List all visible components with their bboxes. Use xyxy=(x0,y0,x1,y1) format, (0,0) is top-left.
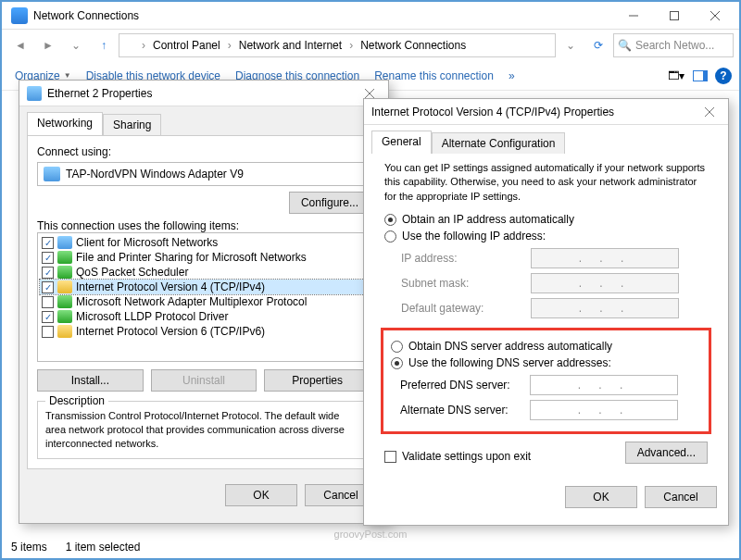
chevron-down-icon: ▼ xyxy=(64,71,71,80)
ethernet-dialog-title: Ethernet 2 Properties xyxy=(47,87,358,100)
ipv4-close-button[interactable] xyxy=(698,101,721,123)
gateway-label: Default gateway: xyxy=(401,302,531,315)
dns-highlight-region: Obtain DNS server address automatically … xyxy=(381,328,711,434)
component-icon xyxy=(57,310,72,323)
ip-address-input: . . . xyxy=(531,248,679,268)
list-item[interactable]: ✓Microsoft LLDP Protocol Driver xyxy=(40,309,368,324)
radio-icon xyxy=(384,230,396,243)
ipv4-ok-button[interactable]: OK xyxy=(565,486,637,508)
breadcrumb[interactable]: › Control Panel › Network and Internet ›… xyxy=(119,33,556,57)
window-title: Network Connections xyxy=(33,9,613,22)
use-following-dns-radio[interactable]: Use the following DNS server addresses: xyxy=(391,356,701,369)
description-label: Description xyxy=(45,394,108,407)
list-item[interactable]: Microsoft Network Adapter Multiplexor Pr… xyxy=(40,294,368,309)
recent-button[interactable]: ⌄ xyxy=(63,33,89,57)
tab-general[interactable]: General xyxy=(371,131,432,154)
minimize-button[interactable] xyxy=(613,3,654,29)
checkbox[interactable]: ✓ xyxy=(42,252,54,264)
ipv4-tabs: General Alternate Configuration xyxy=(364,125,728,154)
description-text: Transmission Control Protocol/Internet P… xyxy=(45,409,362,451)
alternate-dns-input[interactable]: . . . xyxy=(530,400,678,420)
list-item[interactable]: Internet Protocol Version 6 (TCP/IPv6) xyxy=(40,324,368,339)
search-input[interactable]: 🔍 Search Netwo... xyxy=(613,33,734,57)
subnet-mask-input: . . . xyxy=(531,273,679,293)
component-icon xyxy=(57,280,72,293)
ipv4-dialog-title: Internet Protocol Version 4 (TCP/IPv4) P… xyxy=(371,106,698,118)
component-icon xyxy=(57,325,72,338)
use-following-ip-radio[interactable]: Use the following IP address: xyxy=(384,230,708,243)
view-icon: 🗔 xyxy=(668,70,679,81)
preferred-dns-input[interactable]: . . . xyxy=(530,375,678,395)
status-selected-count: 1 item selected xyxy=(66,541,141,554)
gateway-input: . . . xyxy=(531,298,679,318)
ipv4-dialog-titlebar: Internet Protocol Version 4 (TCP/IPv4) P… xyxy=(364,99,728,125)
uninstall-button: Uninstall xyxy=(151,369,257,392)
checkbox[interactable] xyxy=(42,326,54,338)
component-icon xyxy=(57,295,72,308)
properties-button[interactable]: Properties xyxy=(264,369,370,392)
preview-icon xyxy=(693,70,708,81)
close-button[interactable] xyxy=(695,3,735,29)
eth-ok-button[interactable]: OK xyxy=(225,484,297,506)
status-item-count: 5 items xyxy=(11,541,47,554)
ethernet-dialog-titlebar: Ethernet 2 Properties xyxy=(19,81,388,106)
watermark: groovyPost.com xyxy=(334,529,408,540)
tab-networking[interactable]: Networking xyxy=(27,112,103,135)
refresh-button[interactable]: ⟳ xyxy=(585,33,611,57)
list-item[interactable]: ✓File and Printer Sharing for Microsoft … xyxy=(40,250,368,265)
view-menu[interactable]: 🗔▾ xyxy=(667,67,685,85)
checkbox[interactable] xyxy=(42,296,54,308)
network-items-list[interactable]: ✓Client for Microsoft Networks ✓File and… xyxy=(37,232,370,362)
items-label: This connection uses the following items… xyxy=(37,219,370,232)
connect-using-label: Connect using: xyxy=(37,145,370,158)
breadcrumb-network-internet[interactable]: Network and Internet xyxy=(235,37,345,54)
list-item-selected[interactable]: ✓Internet Protocol Version 4 (TCP/IPv4) xyxy=(40,280,368,294)
tab-alternate[interactable]: Alternate Configuration xyxy=(432,132,566,154)
subnet-mask-label: Subnet mask: xyxy=(401,277,531,290)
ipv4-cancel-button[interactable]: Cancel xyxy=(645,486,717,508)
obtain-ip-auto-radio[interactable]: Obtain an IP address automatically xyxy=(384,213,708,226)
ipv4-properties-dialog: Internet Protocol Version 4 (TCP/IPv4) P… xyxy=(363,98,729,526)
breadcrumb-network-connections[interactable]: Network Connections xyxy=(357,37,470,54)
maximize-button[interactable] xyxy=(654,3,695,29)
alternate-dns-label: Alternate DNS server: xyxy=(400,404,530,417)
network-icon xyxy=(11,7,28,24)
dropdown-button[interactable]: ⌄ xyxy=(558,33,584,57)
help-button[interactable]: ? xyxy=(715,68,732,84)
ip-address-label: IP address: xyxy=(401,252,531,265)
chevron-right-icon: › xyxy=(349,39,353,52)
list-item[interactable]: ✓QoS Packet Scheduler xyxy=(40,265,368,280)
svg-rect-1 xyxy=(671,11,679,19)
checkbox[interactable]: ✓ xyxy=(42,237,54,249)
adapter-name: TAP-NordVPN Windows Adapter V9 xyxy=(66,168,244,180)
description-group: Description Transmission Control Protoco… xyxy=(37,401,370,459)
breadcrumb-control-panel[interactable]: Control Panel xyxy=(149,37,224,54)
checkbox[interactable]: ✓ xyxy=(42,281,54,293)
preview-pane-button[interactable] xyxy=(691,67,710,85)
checkbox[interactable]: ✓ xyxy=(42,311,54,323)
radio-icon xyxy=(391,341,403,353)
overflow-button[interactable]: » xyxy=(503,66,521,86)
tab-sharing[interactable]: Sharing xyxy=(103,114,161,135)
ethernet-tabs: Networking Sharing xyxy=(19,106,388,135)
configure-button[interactable]: Configure... xyxy=(289,192,370,214)
search-icon: 🔍 xyxy=(618,39,632,52)
back-button[interactable]: ◄ xyxy=(7,33,33,57)
status-bar: 5 items 1 item selected xyxy=(4,538,737,556)
up-button[interactable]: ↑ xyxy=(91,33,117,57)
component-icon xyxy=(57,251,72,264)
component-icon xyxy=(57,266,72,279)
address-bar: ◄ ► ⌄ ↑ › Control Panel › Network and In… xyxy=(2,30,739,61)
chevron-right-icon: › xyxy=(142,39,145,52)
adapter-field[interactable]: TAP-NordVPN Windows Adapter V9 xyxy=(37,162,370,186)
checkbox-icon xyxy=(384,451,396,463)
install-button[interactable]: Install... xyxy=(37,369,144,392)
list-item[interactable]: ✓Client for Microsoft Networks xyxy=(40,235,368,250)
obtain-dns-auto-radio[interactable]: Obtain DNS server address automatically xyxy=(391,340,701,353)
advanced-button[interactable]: Advanced... xyxy=(625,442,708,464)
validate-checkbox[interactable]: Validate settings upon exit xyxy=(384,450,531,463)
checkbox[interactable]: ✓ xyxy=(42,267,54,279)
forward-button[interactable]: ► xyxy=(35,33,61,57)
ethernet-properties-dialog: Ethernet 2 Properties Networking Sharing… xyxy=(19,80,389,524)
location-icon xyxy=(123,38,138,53)
